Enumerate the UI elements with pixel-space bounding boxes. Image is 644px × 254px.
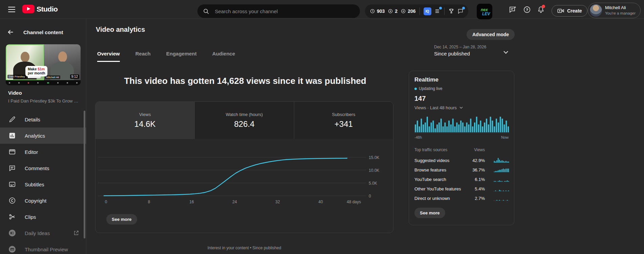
help-icon[interactable]: ? <box>520 3 534 16</box>
stat-clock: 903 <box>370 8 385 14</box>
send-feedback-icon[interactable] <box>506 3 519 16</box>
create-button[interactable]: Create <box>552 5 587 17</box>
sidebar-item-copyright[interactable]: Copyright <box>0 192 86 209</box>
traffic-row-suggested-videos: Suggested videos42.9% <box>414 156 509 165</box>
analytics-icon <box>8 132 16 139</box>
vidiq-icon[interactable]: IQ <box>424 7 431 15</box>
metric-label: Subscribers <box>332 112 356 117</box>
account-chip[interactable]: Mitchell Ali You're a manager <box>588 3 641 18</box>
realtime-caption[interactable]: Views · Last 48 hours <box>414 105 464 110</box>
traffic-sparkline <box>494 177 509 182</box>
page-title: Video analytics <box>96 26 145 33</box>
notification-dot <box>439 7 442 9</box>
metric-value: 826.4 <box>234 119 254 129</box>
traffic-table-header: Top traffic sources Views <box>414 147 509 152</box>
x-tick-label: 16 <box>189 200 194 204</box>
editor-icon <box>8 148 16 156</box>
trophy-icon[interactable] <box>448 8 454 14</box>
search-icon <box>203 8 209 15</box>
metric-label: Views <box>139 112 151 117</box>
chat-icon[interactable] <box>457 8 464 14</box>
metric-value: +341 <box>335 119 353 129</box>
sidebar-item-comments[interactable]: Comments <box>0 160 86 176</box>
traffic-rows: Suggested videos42.9%Browse features36.7… <box>414 156 509 203</box>
y-tick-label: 0 <box>369 194 371 199</box>
date-range-picker[interactable]: Dec 14, 2025 – Jan 28, 2026 Since publis… <box>434 45 486 56</box>
sidebar-item-details[interactable]: Details <box>0 111 86 128</box>
sidebar-scrollbar[interactable] <box>84 111 85 238</box>
x-tick-label: 8 <box>148 200 150 204</box>
traffic-row-other-youtube-features: Other YouTube features5.4% <box>414 184 509 193</box>
see-more-button[interactable]: See more <box>106 214 137 225</box>
extension-stats-pill[interactable]: 903 2 206 IQ <box>365 4 468 18</box>
sidebar-item-label: Clips <box>25 214 36 220</box>
sidebar-menu: DetailsAnalyticsEditorCommentsSubtitlesC… <box>0 111 86 254</box>
x-tick-label: 40 <box>318 200 323 204</box>
thumbnail-preview-icon <box>8 246 16 253</box>
traffic-row-browse-features: Browse features36.7% <box>414 165 509 175</box>
studio-wordmark: Studio <box>37 5 58 13</box>
account-role: You're a manager <box>605 11 636 16</box>
date-chevron-down-icon[interactable] <box>502 48 510 56</box>
traffic-source-label: Other YouTube features <box>414 186 461 191</box>
studio-logo[interactable]: Studio <box>22 5 58 13</box>
pill-divider <box>444 7 445 15</box>
sidebar-item-label: Thumbnail Preview <box>25 247 68 252</box>
date-mode-text: Since published <box>434 51 486 56</box>
views-chart-card: Views14.6KWatch time (hours)826.4Subscri… <box>95 101 393 233</box>
create-camera-icon <box>557 7 564 15</box>
tab-overview[interactable]: Overview <box>97 51 120 62</box>
hamburger-menu-icon[interactable] <box>7 6 16 13</box>
search-bar[interactable] <box>197 4 360 18</box>
comments-icon <box>8 164 16 172</box>
traffic-sparkline <box>494 195 509 201</box>
sidebar-item-daily-ideas[interactable]: Daily Ideas <box>0 225 86 241</box>
traffic-source-label: Suggested videos <box>414 158 449 163</box>
x-tick-label: 24 <box>232 200 237 204</box>
daily-ideas-icon <box>8 229 16 237</box>
sidebar-item-label: Comments <box>25 165 49 171</box>
notifications-bell-icon[interactable] <box>534 3 548 16</box>
sidebar-item-editor[interactable]: Editor <box>0 144 86 160</box>
rank-list-icon[interactable] <box>434 8 441 14</box>
traffic-source-label: Browse features <box>414 167 446 172</box>
realtime-axis-labels: -48hNow <box>414 135 509 139</box>
sidebar-item-label: Subtitles <box>25 182 44 187</box>
metric-subscribers[interactable]: Subscribers+341 <box>294 102 393 139</box>
metric-views[interactable]: Views14.6K <box>95 102 194 139</box>
realtime-see-more-button[interactable]: See more <box>414 208 445 218</box>
traffic-sparkline <box>494 186 509 191</box>
sidebar-item-clips[interactable]: Clips <box>0 209 86 225</box>
sidebar-item-label: Analytics <box>25 133 45 139</box>
metric-label: Watch time (hours) <box>226 112 263 117</box>
chart-footnote: Interest in your content • Since publish… <box>95 246 393 250</box>
back-to-channel-content[interactable]: Channel content <box>0 28 63 36</box>
tab-reach[interactable]: Reach <box>135 51 151 62</box>
views-headline: This video has gotten 14,628 views since… <box>97 76 393 86</box>
traffic-sparkline <box>494 158 509 163</box>
sidebar-item-label: Copyright <box>25 198 46 204</box>
tab-engagement[interactable]: Engagement <box>166 51 197 62</box>
sidebar-item-analytics[interactable]: Analytics <box>0 128 86 144</box>
metric-watch-time-hours-[interactable]: Watch time (hours)826.4 <box>194 102 294 139</box>
sidebar-item-thumbnail-preview[interactable]: Thumbnail Preview <box>0 241 86 254</box>
realtime-card: Realtime Updating live 147 Views · Last … <box>409 71 514 225</box>
notification-dot-red <box>542 5 545 8</box>
sidebar-item-label: Details <box>25 117 40 122</box>
sidebar: Channel content Dan Priestley Mitchell A… <box>0 19 86 254</box>
sidebar-item-label: Daily Ideas <box>25 230 50 236</box>
search-input[interactable] <box>214 8 355 15</box>
views-line-chart <box>97 150 368 205</box>
tab-audience[interactable]: Audience <box>212 51 235 62</box>
nexlev-extension-icon[interactable]: nex LEV <box>477 4 492 19</box>
traffic-source-label: Direct or unknown <box>414 196 450 201</box>
sidebar-item-subtitles[interactable]: Subtitles <box>0 176 86 192</box>
svg-text:LEV: LEV <box>482 11 490 16</box>
thumbnail-text-bubble: Make $1m per month <box>25 66 47 76</box>
advanced-mode-button[interactable]: Advanced mode <box>467 29 515 40</box>
copyright-icon <box>8 197 16 204</box>
duration-badge: 9:12 <box>70 74 79 79</box>
video-thumbnail: Dan Priestley Mitchell Ali Make $1m per … <box>6 44 81 85</box>
date-range-text: Dec 14, 2025 – Jan 28, 2026 <box>434 45 486 49</box>
traffic-source-share: 36.7% <box>472 167 485 172</box>
